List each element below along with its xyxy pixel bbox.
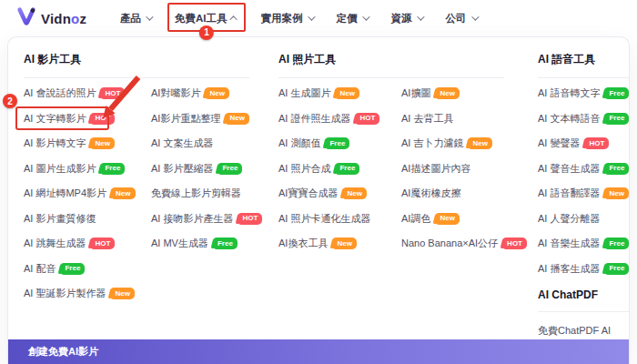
divider (538, 311, 630, 312)
menu-item-link[interactable]: AI 影片壓縮器 (151, 162, 213, 176)
menu-item-link[interactable]: AI對嘴影片 (151, 86, 200, 100)
menu-item-link[interactable]: AI調色 (401, 212, 430, 226)
menu-item-link[interactable]: AI 影片畫質修復 (24, 212, 96, 226)
menu-item-link[interactable]: AI 圖片生成影片 (24, 162, 96, 176)
menu-item-badge: Free (605, 87, 629, 99)
menu-item: AI 人聲分離器 (538, 207, 630, 232)
menu-item-link[interactable]: AI 語音轉文字 (538, 86, 600, 100)
menu-item-link[interactable]: AI 語音翻譯器 (538, 187, 600, 200)
annotation-step-2-badge: 2 (3, 94, 17, 108)
menu-item: AI 語音轉文字 Free (538, 81, 630, 106)
menu-item-link[interactable]: AI 影片轉文字 (24, 136, 86, 150)
menu-item-link[interactable]: AI 人聲分離器 (538, 212, 600, 226)
menu-item: 免費線上影片剪輯器 (151, 181, 262, 207)
chevron-down-icon (362, 13, 369, 20)
menu-item-badge: HOT (101, 87, 125, 99)
menu-item-link[interactable]: AI 測顏值 (278, 136, 320, 150)
menu-item-badge: New (469, 137, 491, 149)
menu-item: AI擴圖 New (401, 81, 527, 106)
menu-item-badge: New (91, 137, 114, 149)
nav-item-free-ai-tools[interactable]: 免費AI工具 1 (175, 12, 238, 25)
menu-item-badge: Free (605, 238, 629, 249)
menu-item-link[interactable]: AI 證件照生成器 (278, 112, 350, 126)
menu-item-link[interactable]: Nano Banana×AI公仔 (401, 237, 498, 250)
chevron-down-icon (471, 13, 479, 20)
main-nav: 產品 免費AI工具 1 實用案例 定價 資源 公司 (120, 12, 477, 25)
menu-item: AI描述圖片內容 (401, 157, 527, 182)
menu-item-badge: Free (101, 163, 125, 175)
menu-item-badge: Free (61, 263, 85, 275)
menu-item-link[interactable]: AI 聖誕影片製作器 (24, 287, 106, 300)
menu-item: AI 會說話的照片 HOT (24, 81, 136, 106)
menu-item-badge: New (436, 87, 459, 99)
menu-item-link[interactable]: AI 網址轉MP4影片 (24, 187, 106, 200)
menu-item-link[interactable]: AI MV生成器 (151, 237, 208, 250)
vidnoz-logo[interactable]: Vidnoz (16, 6, 107, 30)
menu-item: AI寶寶合成器 New (278, 181, 379, 207)
menu-item-badge: New (206, 87, 228, 99)
menu-item: AI調色 New (401, 207, 527, 232)
menu-item-badge: Free (218, 163, 242, 175)
menu-item-link[interactable]: AI 跳舞生成器 (24, 237, 86, 250)
menu-item: AI 聲音生成器 Free (538, 157, 630, 182)
menu-item-badge: HOT (356, 113, 379, 125)
menu-item-link[interactable]: AI魔術橡皮擦 (401, 187, 460, 200)
menu-item-badge: HOT (585, 137, 609, 149)
menu-item: AI影片重點整理 New (151, 106, 262, 132)
menu-item-free-chatpdf[interactable]: 免費ChatPDF AI (538, 324, 611, 338)
mega-menu-panel: AI 影片工具 AI 照片工具 AI 語音工具 AI 會說話的照片 HOT AI… (7, 36, 630, 364)
menu-column-voice-list: AI 語音轉文字 Free AI 文本轉語音 Free AI 變聲器 HOT A… (538, 81, 630, 281)
menu-item-badge: HOT (91, 113, 115, 125)
menu-item: Nano Banana×AI公仔 HOT (401, 231, 527, 257)
menu-item-link[interactable]: AI 音樂生成器 (538, 237, 600, 250)
menu-item-link[interactable]: AI 生成圖片 (278, 86, 330, 100)
menu-item-link[interactable]: 免費線上影片剪輯器 (151, 187, 241, 200)
nav-item-company[interactable]: 公司 (446, 12, 477, 25)
menu-item-badge: Free (605, 263, 629, 275)
menu-item-link[interactable]: AI 吉卜力濾鏡 (401, 136, 463, 150)
menu-item-link[interactable]: AI擴圖 (401, 86, 430, 100)
menu-item-link[interactable]: AI 變聲器 (538, 136, 580, 150)
menu-item-badge: New (343, 187, 366, 199)
section-title-photo-tools: AI 照片工具 (278, 52, 336, 67)
menu-item: AI 生成圖片 New (278, 81, 379, 106)
menu-item-link[interactable]: AI寶寶合成器 (278, 187, 338, 200)
menu-item: AI 影片畫質修復 (24, 207, 136, 232)
nav-item-products[interactable]: 產品 (120, 12, 151, 25)
menu-item-link[interactable]: AI 照片卡通化生成器 (278, 212, 370, 226)
menu-item-link[interactable]: AI影片重點整理 (151, 112, 220, 126)
menu-item-badge: New (436, 213, 459, 225)
menu-item: AI 聖誕影片製作器 New (24, 281, 136, 307)
menu-item: AI 文字轉影片 HOT (24, 106, 136, 132)
menu-item: AI 跳舞生成器 HOT (24, 231, 136, 257)
menu-item-link[interactable]: AI 文本轉語音 (538, 112, 600, 126)
menu-item-link[interactable]: AI 文字轉影片 (24, 112, 86, 126)
menu-item-link[interactable]: AI 去背工具 (401, 112, 453, 126)
menu-item-link[interactable]: AI 文案生成器 (151, 136, 213, 150)
menu-item-badge: New (111, 288, 134, 299)
menu-item: AI 接吻影片產生器 HOT (151, 207, 262, 232)
menu-item-link[interactable]: AI 照片合成 (278, 162, 330, 176)
nav-item-resources[interactable]: 資源 (391, 12, 422, 25)
menu-item-link[interactable]: AI 聲音生成器 (538, 162, 600, 176)
nav-item-use-cases[interactable]: 實用案例 (261, 12, 313, 25)
create-free-ai-video-cta[interactable]: 創建免費AI影片 (8, 339, 629, 364)
menu-item-link[interactable]: AI 接吻影片產生器 (151, 212, 233, 226)
menu-item-link[interactable]: AI 播客生成器 (538, 262, 600, 276)
create-free-ai-video-label: 創建免費AI影片 (28, 345, 98, 359)
menu-item-link[interactable]: AI描述圖片內容 (401, 162, 470, 176)
menu-item: AI 吉卜力濾鏡 New (401, 131, 527, 157)
menu-item: AI 影片轉文字 New (24, 131, 136, 157)
menu-item-badge: Free (605, 113, 629, 125)
menu-item-link[interactable]: AI 會說話的照片 (24, 86, 96, 100)
nav-item-pricing[interactable]: 定價 (337, 12, 368, 25)
menu-item-link[interactable]: AI換衣工具 (278, 237, 328, 250)
menu-item: AI 配音 Free (24, 257, 136, 282)
menu-item: AI 圖片生成影片 Free (24, 157, 136, 182)
menu-item: AI魔術橡皮擦 (401, 181, 527, 207)
menu-item: AI 測顏值 Free (278, 131, 379, 157)
chevron-down-icon (146, 13, 153, 20)
menu-item-link[interactable]: AI 配音 (24, 262, 56, 276)
menu-item-badge: HOT (91, 238, 115, 249)
menu-item: AI 文本轉語音 Free (538, 106, 630, 132)
